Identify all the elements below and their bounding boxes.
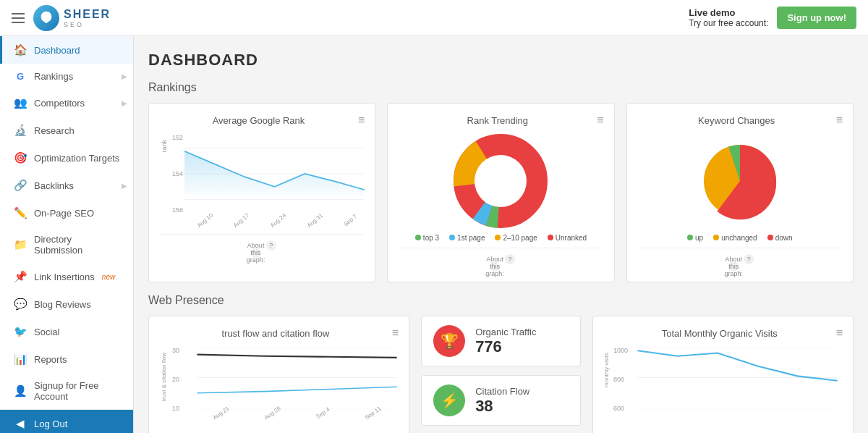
backlinks-icon: 🔗 (14, 179, 27, 192)
rank-trending-svg (454, 134, 548, 228)
sidebar-item-backlinks[interactable]: 🔗 Backlinks ▶ (0, 172, 133, 199)
sidebar-item-optimization[interactable]: 🎯 Optimization Targets (0, 144, 133, 172)
citation-flow-card: ⚡ Citation Flow 38 (421, 375, 581, 426)
citation-flow-value: 38 (475, 397, 529, 416)
hamburger-menu-button[interactable] (12, 13, 25, 23)
research-icon: 🔬 (14, 124, 27, 137)
rank-y-axis-label: rank (161, 140, 168, 153)
organic-traffic-info: Organic Traffic 776 (475, 327, 536, 356)
organic-traffic-card: 🏆 Organic Traffic 776 (421, 316, 581, 366)
linkinsertions-icon: 📌 (14, 270, 27, 283)
svg-point-8 (475, 155, 527, 207)
onpage-icon: ✏️ (14, 206, 27, 219)
keyword-changes-about[interactable]: About this graph: ? (637, 248, 843, 272)
rank-trending-about[interactable]: About this graph: ? (398, 248, 603, 272)
logo-icon (33, 5, 59, 31)
avg-google-rank-header: Average Google Rank ≡ (159, 114, 365, 127)
keyword-changes-card: Keyword Changes ≡ (626, 103, 854, 282)
page-title: DASHBOARD (148, 51, 854, 70)
dashboard-icon: 🏠 (14, 43, 27, 56)
sidebar-item-onpage[interactable]: ✏️ On-Page SEO (0, 199, 133, 227)
legend-unchanged: unchanged (713, 234, 757, 242)
avg-google-rank-title: Average Google Rank (159, 115, 358, 126)
flow-chart-header: trust flow and citation flow ≡ (159, 327, 399, 340)
rankings-expand-arrow: ▶ (122, 72, 127, 80)
avg-rank-svg (184, 134, 365, 214)
signup-icon: 👤 (14, 384, 27, 398)
sidebar-item-linkinsertions[interactable]: 📌 Link Insertions new (0, 263, 133, 290)
keyword-changes-svg (693, 134, 787, 228)
flow-y-labels: 30 20 10 (172, 347, 179, 412)
new-badge: new (102, 273, 115, 281)
organic-traffic-label: Organic Traffic (475, 327, 536, 337)
rank-trending-title: Rank Trending (398, 115, 597, 126)
sidebar-item-blogreviews[interactable]: 💬 Blog Reviews (0, 290, 133, 318)
directory-icon: 📁 (14, 238, 27, 251)
legend-unranked: Unranked (548, 234, 587, 242)
citation-flow-info: Citation Flow 38 (475, 386, 529, 416)
legend-2to10page: 2–10 page (495, 234, 537, 242)
blogreviews-icon: 💬 (14, 298, 27, 311)
monthly-y-labels: 1000 800 600 (613, 347, 628, 412)
keyword-changes-chart: up unchanged down (637, 134, 843, 242)
monthly-visits-header: Total Monthly Organic Visits ≡ (603, 327, 843, 340)
legend-top3: top 3 (415, 234, 439, 242)
sidebar-item-logout[interactable]: ◀ Log Out (0, 410, 133, 433)
topbar-right: Live demo Try our free account: Sign up … (689, 7, 856, 29)
flow-chart-title: trust flow and citation flow (159, 328, 392, 339)
rank-trending-header: Rank Trending ≡ (398, 114, 603, 127)
sidebar-item-rankings[interactable]: G Rankings ▶ (0, 64, 133, 89)
layout: 🏠 Dashboard G Rankings ▶ 👥 Competitors ▶… (0, 36, 868, 433)
flow-chart-card: trust flow and citation flow ≡ trust & c… (148, 316, 409, 433)
flow-chart-area: trust & citation flow 30 20 10 (159, 347, 399, 426)
organic-traffic-value: 776 (475, 337, 536, 356)
reports-icon: 📊 (14, 353, 27, 366)
organic-traffic-icon: 🏆 (433, 325, 465, 357)
rankings-cards-row: Average Google Rank ≡ rank 152 154 156 (148, 103, 854, 282)
monthly-visits-title: Total Monthly Organic Visits (603, 328, 836, 339)
sidebar-item-social[interactable]: 🐦 Social (0, 318, 133, 345)
live-demo-text: Live demo Try our free account: (689, 7, 768, 28)
logo: SHEER SEO (33, 5, 111, 31)
flow-y-axis-label: trust & citation flow (161, 353, 167, 401)
rank-trending-menu[interactable]: ≡ (597, 114, 603, 127)
flow-chart-menu[interactable]: ≡ (392, 327, 399, 340)
sidebar-item-research[interactable]: 🔬 Research (0, 117, 133, 144)
legend-1stpage: 1st page (449, 234, 485, 242)
keyword-changes-legend: up unchanged down (687, 234, 793, 242)
optimization-icon: 🎯 (14, 151, 27, 164)
sidebar-bottom: ◀ Log Out (0, 409, 133, 433)
sidebar-item-reports[interactable]: 📊 Reports (0, 345, 133, 373)
rankings-section-title: Rankings (148, 81, 854, 94)
topbar-left: SHEER SEO (12, 5, 111, 31)
avg-google-rank-card: Average Google Rank ≡ rank 152 154 156 (148, 103, 375, 282)
flow-svg (195, 347, 399, 408)
rank-x-labels: Aug 10 Aug 17 Aug 24 Aug 31 Sep 7 (184, 215, 365, 224)
avg-google-rank-menu[interactable]: ≡ (358, 114, 365, 127)
logout-icon: ◀ (14, 417, 27, 430)
rank-trending-chart: top 3 1st page 2–10 page Unranked (398, 134, 603, 242)
sidebar-item-competitors[interactable]: 👥 Competitors ▶ (0, 89, 133, 117)
rankings-section: Rankings Average Google Rank ≡ rank 152 … (148, 81, 854, 282)
rank-trending-card: Rank Trending ≡ (387, 103, 614, 282)
sidebar: 🏠 Dashboard G Rankings ▶ 👥 Competitors ▶… (0, 36, 134, 433)
avg-rank-about[interactable]: About this graph: ? (159, 234, 365, 258)
signup-button[interactable]: Sign up now! (777, 7, 856, 29)
competitors-icon: 👥 (14, 96, 27, 109)
monthly-visits-menu[interactable]: ≡ (836, 327, 843, 340)
web-presence-section: Web Presence trust flow and citation flo… (148, 294, 854, 433)
sidebar-item-directory[interactable]: 📁 Directory Submission (0, 227, 133, 263)
keyword-changes-header: Keyword Changes ≡ (637, 114, 843, 127)
keyword-changes-menu[interactable]: ≡ (836, 114, 843, 127)
monthly-svg (632, 347, 843, 408)
flow-x-labels: Aug 21 Aug 28 Sep 4 Sep 11 (195, 410, 399, 416)
monthly-visits-area: monthly visits 1000 800 600 (603, 347, 843, 426)
sidebar-item-dashboard[interactable]: 🏠 Dashboard (0, 36, 133, 64)
keyword-changes-title: Keyword Changes (637, 115, 836, 126)
legend-up: up (687, 234, 703, 242)
citation-flow-icon: ⚡ (433, 384, 465, 416)
sidebar-item-signup[interactable]: 👤 Signup for Free Account (0, 373, 133, 409)
monthly-y-axis-label: monthly visits (603, 353, 610, 387)
legend-down: down (767, 234, 793, 242)
web-presence-metrics: 🏆 Organic Traffic 776 ⚡ Citation Flow 38 (421, 316, 581, 433)
